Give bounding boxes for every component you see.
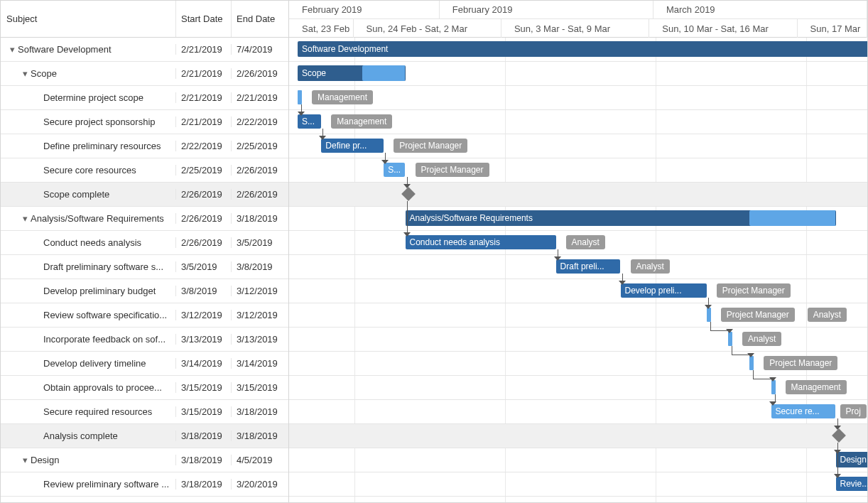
resource-badge: Project Manager [721,308,795,322]
task-start-date: 3/8/2019 [176,286,232,296]
task-bar[interactable]: Secure re... [771,404,836,418]
timeline-row[interactable]: Design [289,448,867,472]
task-row[interactable]: Develop preliminary budget3/8/20193/12/2… [1,279,288,303]
task-row[interactable]: ▾Design3/18/20194/5/2019 [1,448,288,472]
task-bar[interactable]: Draft preli... [556,259,621,274]
timeline-row[interactable] [289,424,867,448]
timeline-week-header[interactable]: Sun, 24 Feb - Sat, 2 Mar [354,19,501,38]
task-row[interactable]: Secure project sponsorship2/21/20192/22/… [1,110,288,134]
task-subject: Define preliminary resources [43,141,161,151]
col-header-start[interactable]: Start Date [176,1,232,37]
timeline-row[interactable]: Develop preli...Project Manager [289,279,867,303]
task-subject: Obtain approvals to procee... [43,382,162,393]
task-row[interactable]: Obtain approvals to procee...3/15/20193/… [1,376,288,400]
resource-badge: Management [786,380,847,394]
resource-badge: Management [312,90,373,104]
task-bar[interactable]: Develop preli... [621,283,707,298]
timeline-row[interactable]: Management [289,376,867,400]
task-end-date: 2/26/2019 [232,165,288,175]
task-bar[interactable]: Revie... [836,477,868,491]
timeline-row[interactable]: Analysis/Software Requirements [289,207,867,231]
task-row[interactable]: Scope complete2/26/20192/26/2019 [1,183,288,207]
timeline-row[interactable]: Draft preli...Analyst [289,255,867,279]
task-start-date: 2/26/2019 [176,237,232,248]
task-end-date: 2/22/2019 [232,117,288,127]
task-bar[interactable]: Define pr... [321,139,384,153]
timeline-row[interactable]: Secure re...Proj [289,400,867,424]
timeline-row[interactable]: S...Project Manager [289,158,867,183]
timeline-week-header[interactable]: Sat, 23 Feb [289,19,354,38]
task-row[interactable]: Develop delivery timeline3/14/20193/14/2… [1,352,288,376]
resource-badge: Project Manager [717,283,791,298]
task-grid-pane: Subject Start Date End Date ▾Software De… [1,1,289,502]
timeline-row[interactable]: Project Manager [289,352,867,376]
task-bar-short[interactable] [771,380,776,394]
task-bar-short[interactable] [298,90,302,104]
timeline-week-header[interactable]: Sun, 10 Mar - Sat, 16 Mar [649,19,797,38]
task-bar[interactable]: S... [298,114,321,129]
task-row[interactable]: Determine project scope2/21/20192/21/201… [1,86,288,110]
task-row[interactable]: Review preliminary software ...3/18/2019… [1,472,288,497]
task-row[interactable]: ▾Scope2/21/20192/26/2019 [1,62,288,86]
task-start-date: 3/18/2019 [176,431,232,441]
timeline-body[interactable]: Software DevelopmentScopeManagementS...M… [289,38,867,502]
task-row[interactable]: Draft preliminary software s...3/5/20193… [1,255,288,279]
task-start-date: 2/21/2019 [176,92,232,103]
task-bar[interactable]: Conduct needs analysis [406,235,556,249]
timeline-row[interactable]: Define pr...Project Manager [289,134,867,158]
task-subject: Review software specificatio... [43,310,167,320]
timeline-week-header[interactable]: Sun, 17 Mar [798,19,867,38]
task-end-date: 2/26/2019 [232,189,288,200]
task-subject: Design [31,455,59,465]
timeline-month-header[interactable]: March 2019 [653,1,867,19]
task-start-date: 2/22/2019 [176,141,232,151]
timeline-row[interactable]: Scope [289,62,867,86]
summary-bar[interactable]: Software Development [298,41,867,57]
milestone-diamond[interactable] [832,428,846,443]
task-start-date: 3/15/2019 [176,406,232,417]
expand-toggle-icon[interactable]: ▾ [6,44,18,55]
task-row[interactable]: Review software specificatio...3/12/2019… [1,303,288,328]
task-bar-short[interactable] [749,356,754,370]
task-bar[interactable]: S... [384,163,405,177]
col-header-subject[interactable]: Subject [1,1,176,37]
timeline-row[interactable]: Conduct needs analysisAnalyst [289,231,867,255]
timeline-month-header[interactable]: February 2019 [440,1,653,19]
task-bar-short[interactable] [707,308,711,322]
task-end-date: 3/13/2019 [232,334,288,345]
task-row[interactable]: Analysis complete3/18/20193/18/2019 [1,424,288,448]
timeline-row[interactable]: Revie... [289,472,867,497]
task-row[interactable]: Secure required resources3/15/20193/18/2… [1,400,288,424]
task-start-date: 2/21/2019 [176,44,232,55]
col-header-end[interactable]: End Date [232,1,288,37]
task-row[interactable]: Define preliminary resources2/22/20192/2… [1,134,288,158]
timeline-month-header[interactable]: February 2019 [289,1,440,19]
timeline-week-header[interactable]: Sun, 3 Mar - Sat, 9 Mar [501,19,649,38]
task-row[interactable]: Conduct needs analysis2/26/20193/5/2019 [1,231,288,255]
task-end-date: 3/18/2019 [232,406,288,417]
summary-bar[interactable]: Design [836,452,868,467]
expand-toggle-icon[interactable]: ▾ [19,68,31,79]
task-start-date: 2/25/2019 [176,165,232,175]
timeline-row[interactable]: Software Development [289,38,867,62]
task-subject: Secure project sponsorship [43,117,156,127]
milestone-diamond[interactable] [401,187,416,201]
task-end-date: 2/25/2019 [232,141,288,151]
timeline-row[interactable]: Management [289,86,867,110]
task-row[interactable]: Secure core resources2/25/20192/26/2019 [1,158,288,183]
expand-toggle-icon[interactable]: ▾ [19,455,31,465]
timeline-row[interactable]: Project ManagerAnalyst [289,303,867,328]
timeline-row[interactable]: S...Management [289,110,867,134]
task-start-date: 2/21/2019 [176,117,232,127]
task-bar-short[interactable] [728,332,732,346]
timeline-row[interactable]: Analyst [289,328,867,352]
task-row[interactable]: Incorporate feedback on sof...3/13/20193… [1,328,288,352]
timeline-row[interactable] [289,183,867,207]
grid-body: ▾Software Development2/21/20197/4/2019▾S… [1,38,288,502]
gantt-container: Subject Start Date End Date ▾Software De… [0,0,868,503]
task-row[interactable]: ▾Analysis/Software Requirements2/26/2019… [1,207,288,231]
expand-toggle-icon[interactable]: ▾ [19,213,31,224]
task-start-date: 3/12/2019 [176,310,232,320]
task-subject: Determine project scope [43,92,143,103]
task-row[interactable]: ▾Software Development2/21/20197/4/2019 [1,38,288,62]
